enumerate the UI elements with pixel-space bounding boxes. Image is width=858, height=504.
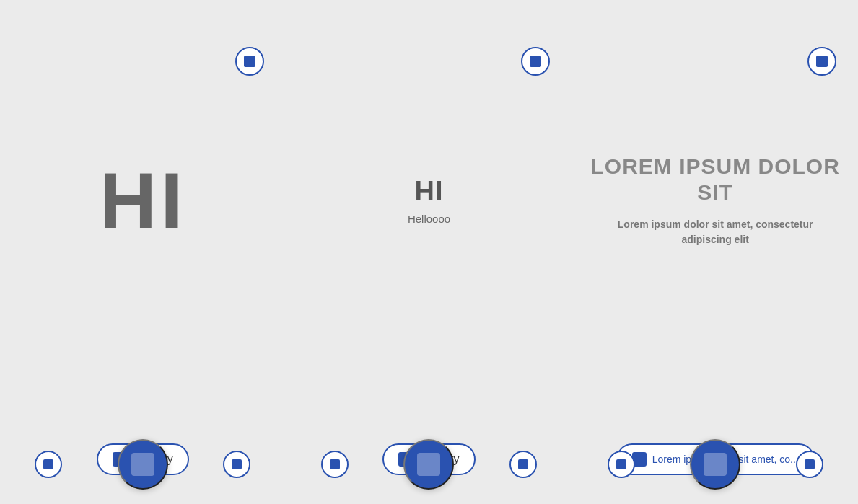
panel-1-nav-left[interactable] <box>35 451 62 478</box>
panel-3-top-button[interactable] <box>807 47 836 76</box>
panel-2-nav-right-icon <box>518 459 528 469</box>
panel-3-bottom-nav <box>572 432 858 504</box>
panel-2-nav-left-icon <box>330 459 340 469</box>
panel-3-nav-center-icon <box>704 453 727 476</box>
panel-2-nav-right[interactable] <box>509 451 537 478</box>
panel-2-nav-left[interactable] <box>321 451 349 478</box>
panel-2-bottom-nav <box>286 432 572 504</box>
panel-3: LOREM IPSUM DOLOR SIT Lorem ipsum dolor … <box>572 0 858 504</box>
panel-3-heading: LOREM IPSUM DOLOR SIT <box>587 154 844 205</box>
panel-3-top-button-icon <box>816 56 828 67</box>
panel-1-nav-center[interactable] <box>118 439 168 490</box>
panels-container: HI Country HI Helloooo <box>0 0 858 504</box>
panel-3-nav-left[interactable] <box>608 451 635 478</box>
panel-1-nav-center-icon <box>131 453 154 476</box>
panel-1-nav-right[interactable] <box>223 451 250 478</box>
panel-1-bottom-nav <box>0 432 286 504</box>
panel-1-main-content: HI <box>100 0 186 443</box>
panel-2-subheading: Helloooo <box>408 213 450 225</box>
panel-2-top-button[interactable] <box>521 47 550 76</box>
panel-1: HI Country <box>0 0 286 504</box>
panel-3-nav-right[interactable] <box>796 451 823 478</box>
panel-1-top-button[interactable] <box>235 47 264 76</box>
panel-2: HI Helloooo Country <box>286 0 573 504</box>
panel-3-body: Lorem ipsum dolor sit amet, consectetur … <box>614 217 816 247</box>
panel-1-nav-left-icon <box>43 459 53 469</box>
panel-2-nav-center-icon <box>417 453 440 476</box>
panel-1-heading: HI <box>100 161 186 240</box>
panel-3-nav-left-icon <box>616 459 626 469</box>
panel-3-nav-right-icon <box>805 459 815 469</box>
panel-3-main-content: LOREM IPSUM DOLOR SIT Lorem ipsum dolor … <box>587 0 844 443</box>
panel-3-nav-center[interactable] <box>690 439 740 490</box>
panel-2-top-button-icon <box>530 56 541 67</box>
panel-2-heading: HI <box>415 176 444 207</box>
panel-2-nav-center[interactable] <box>403 439 454 490</box>
panel-1-top-button-icon <box>244 56 255 67</box>
panel-1-nav-right-icon <box>232 459 242 469</box>
panel-2-main-content: HI Helloooo <box>408 0 450 443</box>
